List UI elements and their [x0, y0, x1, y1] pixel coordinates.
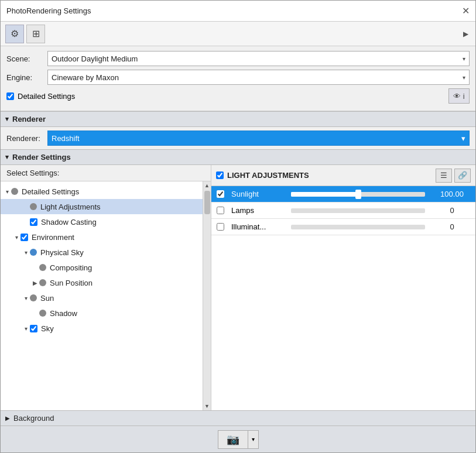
tree-arrow-sun-position: ▶	[31, 280, 39, 286]
renderer-section-header[interactable]: ▾ Renderer	[1, 111, 475, 127]
scene-select[interactable]: Outdoor Daylight Medium ▾	[47, 51, 470, 66]
right-header-icons: ☰ 🔗	[436, 169, 471, 183]
camera-button[interactable]: 📷	[218, 430, 248, 449]
toolbar: ⚙ ⊞ ▶	[1, 22, 475, 46]
light-checkbox-wrap-0	[211, 190, 229, 198]
light-name-0: Sunlight	[229, 190, 287, 198]
left-panel: Select Settings: ▾Detailed SettingsLight…	[1, 165, 211, 410]
tree-arrow-sky: ▾	[22, 325, 30, 332]
renderer-row: Renderer: Redshift ▾	[1, 127, 475, 149]
light-name-2: Illuminat...	[229, 222, 287, 231]
camera-dropdown-btn[interactable]: ▾	[248, 430, 259, 449]
light-slider-0[interactable]	[291, 192, 425, 197]
tree-dot-compositing	[39, 264, 46, 271]
light-checkbox-wrap-2	[211, 223, 229, 231]
tree-item-compositing[interactable]: Compositing	[1, 260, 203, 275]
tree-label-sky: Sky	[41, 324, 54, 333]
tree-item-physical-sky[interactable]: ▾Physical Sky	[1, 245, 203, 260]
arrow-right-icon: ▶	[463, 30, 468, 38]
light-adjustments-title: LIGHT ADJUSTMENTS	[227, 171, 436, 180]
info-button[interactable]: 👁 i	[448, 88, 470, 104]
detail-view-btn[interactable]: 🔗	[454, 169, 471, 183]
renderer-collapse-arrow: ▾	[5, 115, 9, 123]
toolbar-arrow-btn[interactable]: ▶	[461, 28, 471, 40]
title-bar: PhotoRendering Settings ✕	[1, 1, 475, 22]
light-adjustments-enable-checkbox[interactable]	[216, 171, 224, 179]
tree-area: ▾Detailed SettingsLight AdjustmentsShado…	[1, 181, 203, 410]
tree-scroll-down[interactable]: ▼	[203, 402, 211, 410]
detailed-settings-label: Detailed Settings	[18, 92, 75, 101]
list-icon: ☰	[440, 171, 447, 180]
tree-label-environment: Environment	[32, 233, 74, 242]
light-value-2: 0	[429, 219, 475, 235]
tree-scroll-track[interactable]: ▲ ▼	[203, 181, 211, 410]
tree-label-shadow-casting: Shadow Casting	[41, 218, 97, 227]
tree-check-environment[interactable]	[20, 234, 28, 241]
light-row-1[interactable]: Lamps0	[211, 203, 475, 219]
right-header: LIGHT ADJUSTMENTS ☰ 🔗	[211, 165, 475, 186]
renderer-select-arrow: ▾	[461, 134, 465, 143]
tree-scroll-up[interactable]: ▲	[203, 181, 211, 190]
light-row-0[interactable]: Sunlight100.00	[211, 186, 475, 203]
settings-icon-btn[interactable]: ⚙	[5, 25, 24, 43]
background-section[interactable]: ▶ Background	[1, 410, 475, 425]
render-settings-title: Render Settings	[12, 153, 71, 162]
light-name-1: Lamps	[229, 206, 287, 215]
tree-scroll-thumb[interactable]	[204, 191, 210, 214]
engine-label: Engine:	[6, 73, 47, 82]
light-slider-2[interactable]	[291, 225, 425, 229]
light-checkbox-1[interactable]	[217, 207, 224, 214]
tree-item-shadow[interactable]: Shadow	[1, 306, 203, 321]
tree-arrow-environment: ▾	[12, 234, 20, 241]
detailed-settings-row: Detailed Settings 👁 i	[6, 88, 470, 104]
main-content: Select Settings: ▾Detailed SettingsLight…	[1, 165, 475, 410]
light-table-scroll: Sunlight100.00Lamps0Illuminat...0	[211, 186, 475, 410]
grid-icon-btn[interactable]: ⊞	[26, 25, 45, 43]
tree-label-shadow: Shadow	[50, 309, 77, 318]
tree-item-detailed-settings[interactable]: ▾Detailed Settings	[1, 184, 203, 199]
tree-arrow-detailed-settings: ▾	[3, 188, 11, 195]
tree-label-detailed-settings: Detailed Settings	[22, 187, 79, 196]
light-checkbox-0[interactable]	[217, 190, 224, 198]
light-checkbox-2[interactable]	[217, 223, 224, 231]
tree-item-sky[interactable]: ▾Sky	[1, 321, 203, 336]
main-window: PhotoRendering Settings ✕ ⚙ ⊞ ▶ Scene: O…	[0, 0, 476, 453]
tree-wrapper: ▾Detailed SettingsLight AdjustmentsShado…	[1, 181, 211, 410]
bottom-bar: 📷 ▾	[1, 425, 475, 452]
tree-label-compositing: Compositing	[50, 263, 92, 272]
tree-dot-shadow	[39, 310, 46, 317]
light-slider-1[interactable]	[291, 208, 425, 213]
tree-dot-sun	[30, 294, 37, 301]
list-view-btn[interactable]: ☰	[436, 169, 452, 183]
scene-select-arrow: ▾	[463, 56, 465, 62]
scene-row: Scene: Outdoor Daylight Medium ▾	[6, 51, 470, 66]
renderer-label: Renderer:	[6, 134, 47, 143]
tree-label-sun-position: Sun Position	[50, 279, 93, 287]
engine-value: Cineware by Maxon	[52, 73, 119, 82]
scene-value: Outdoor Daylight Medium	[52, 54, 138, 63]
close-button[interactable]: ✕	[462, 6, 470, 16]
tree-item-light-adjustments[interactable]: Light Adjustments	[1, 199, 203, 214]
tree-item-environment[interactable]: ▾Environment	[1, 229, 203, 245]
render-settings-section-header[interactable]: ▾ Render Settings	[1, 149, 475, 165]
tree-check-sky[interactable]	[30, 325, 37, 332]
tree-arrow-physical-sky: ▾	[22, 249, 30, 256]
renderer-select[interactable]: Redshift ▾	[47, 131, 470, 146]
right-panel: LIGHT ADJUSTMENTS ☰ 🔗 Sunlight100.00Lamp…	[211, 165, 475, 410]
tree-arrow-sun: ▾	[22, 295, 30, 301]
tree-item-sun[interactable]: ▾Sun	[1, 290, 203, 306]
tree-dot-light-adjustments	[30, 203, 37, 210]
tree-dot-sun-position	[39, 279, 46, 286]
tree-check-shadow-casting[interactable]	[30, 218, 37, 226]
detailed-settings-checkbox[interactable]	[6, 92, 14, 100]
tree-dot-physical-sky	[30, 249, 37, 256]
light-value-0: 100.00	[429, 186, 475, 202]
tree-item-shadow-casting[interactable]: Shadow Casting	[1, 214, 203, 229]
tree-label-sun: Sun	[40, 294, 54, 303]
select-settings-label: Select Settings:	[1, 165, 211, 181]
light-row-2[interactable]: Illuminat...0	[211, 219, 475, 235]
tree-item-sun-position[interactable]: ▶Sun Position	[1, 275, 203, 290]
engine-select[interactable]: Cineware by Maxon ▾	[47, 70, 470, 85]
scene-label: Scene:	[6, 54, 47, 63]
render-settings-collapse-arrow: ▾	[5, 153, 9, 161]
